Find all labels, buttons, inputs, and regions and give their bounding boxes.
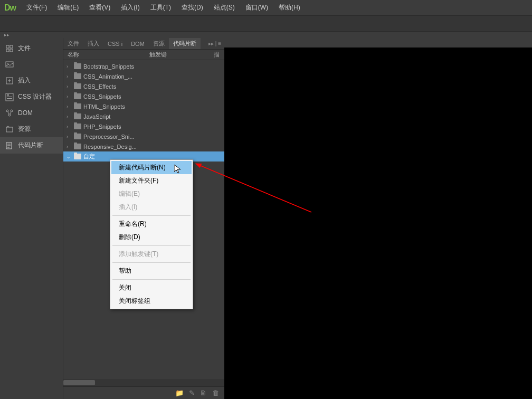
new-folder-icon[interactable]: 📁 bbox=[175, 389, 184, 397]
separator bbox=[112, 245, 191, 246]
menu-view[interactable]: 查看(V) bbox=[84, 0, 116, 15]
column-desc[interactable]: 描 bbox=[214, 51, 224, 59]
svg-rect-9 bbox=[7, 97, 12, 97]
tree-item[interactable]: ›Bootstrap_Snippets bbox=[63, 61, 224, 71]
tab-assets[interactable]: 资源 bbox=[149, 38, 169, 49]
scrollbar-thumb[interactable] bbox=[63, 380, 95, 385]
sidebar-label: 插入 bbox=[18, 76, 31, 85]
sidebar-label: DOM bbox=[18, 109, 33, 117]
sidebar-item-image[interactable] bbox=[0, 56, 63, 72]
ctx-add-trigger: 添加触发键(T) bbox=[111, 248, 192, 261]
panel-footer: 📁 ✎ 🗎 🗑 bbox=[63, 386, 224, 399]
expand-arrow-icon[interactable]: › bbox=[66, 134, 72, 139]
tree-item[interactable]: ›Responsive_Desig... bbox=[63, 141, 224, 151]
panel-header: 名称 触发键 描 bbox=[63, 50, 224, 60]
new-snippet-icon[interactable]: ✎ bbox=[189, 389, 195, 397]
tab-files[interactable]: 文件 bbox=[63, 38, 83, 49]
tree-item[interactable]: ›CSS_Snippets bbox=[63, 91, 224, 101]
ctx-help[interactable]: 帮助 bbox=[111, 264, 192, 278]
panel-menu-icon[interactable]: ▸▸ | ≡ bbox=[208, 41, 224, 46]
image-icon bbox=[5, 60, 14, 69]
sidebar-label: 文件 bbox=[18, 44, 31, 53]
folder-icon bbox=[74, 103, 81, 109]
sidebar-item-snippets[interactable]: 代码片断 bbox=[0, 137, 63, 154]
separator bbox=[112, 215, 191, 216]
expand-arrow-icon[interactable]: › bbox=[66, 114, 72, 119]
expand-arrow-icon[interactable]: › bbox=[66, 64, 72, 69]
tree-item[interactable]: ›JavaScript bbox=[63, 111, 224, 121]
collapse-arrow-icon[interactable]: ⌄ bbox=[66, 154, 72, 159]
svg-rect-0 bbox=[6, 45, 9, 48]
assets-icon bbox=[5, 125, 14, 134]
workspace bbox=[224, 38, 532, 399]
expand-arrow-icon[interactable]: › bbox=[66, 144, 72, 149]
expand-arrow-icon[interactable]: › bbox=[66, 84, 72, 89]
folder-icon bbox=[74, 124, 81, 129]
svg-rect-1 bbox=[10, 45, 13, 48]
menu-site[interactable]: 站点(S) bbox=[208, 0, 240, 15]
expand-arrow-icon[interactable]: › bbox=[66, 94, 72, 99]
menu-file[interactable]: 文件(F) bbox=[21, 0, 52, 15]
ctx-rename[interactable]: 重命名(R) bbox=[111, 217, 192, 231]
menu-tools[interactable]: 工具(T) bbox=[145, 0, 176, 15]
dom-icon bbox=[5, 109, 14, 117]
app-logo: Dw bbox=[4, 3, 16, 13]
file-icon[interactable]: 🗎 bbox=[200, 389, 207, 397]
folder-icon bbox=[74, 154, 81, 159]
sidebar-item-files[interactable]: 文件 bbox=[0, 40, 63, 56]
folder-icon bbox=[74, 63, 81, 69]
tree-item[interactable]: ›CSS_Effects bbox=[63, 81, 224, 91]
menu-window[interactable]: 窗口(W) bbox=[240, 0, 273, 15]
sidebar-item-insert[interactable]: 插入 bbox=[0, 72, 63, 89]
tree-item[interactable]: ›PHP_Snippets bbox=[63, 121, 224, 131]
sidebar-item-dom[interactable]: DOM bbox=[0, 105, 63, 121]
svg-point-12 bbox=[11, 110, 13, 112]
horizontal-scrollbar[interactable] bbox=[63, 379, 224, 386]
folder-icon bbox=[74, 113, 81, 119]
sidebar-label: 资源 bbox=[18, 125, 31, 134]
sidebar-item-assets[interactable]: 资源 bbox=[0, 121, 63, 137]
tab-dom[interactable]: DOM bbox=[127, 39, 149, 49]
panel-tabs: 文件 插入 CSS i DOM 资源 代码片断 ▸▸ | ≡ bbox=[63, 38, 224, 50]
expand-arrow-icon[interactable]: › bbox=[66, 74, 72, 79]
separator bbox=[112, 279, 191, 280]
svg-rect-8 bbox=[7, 94, 9, 96]
ctx-insert: 插入(I) bbox=[111, 201, 192, 214]
folder-icon bbox=[74, 93, 81, 99]
css-icon bbox=[5, 93, 14, 101]
ctx-delete[interactable]: 删除(D) bbox=[111, 231, 192, 244]
column-name[interactable]: 名称 bbox=[68, 51, 149, 59]
tree-item[interactable]: ›HTML_Snippets bbox=[63, 101, 224, 111]
tab-snippets[interactable]: 代码片断 bbox=[169, 38, 201, 49]
svg-point-13 bbox=[8, 114, 11, 116]
menu-edit[interactable]: 编辑(E) bbox=[52, 0, 84, 15]
main-area: 文件 插入 CSS 设计器 DOM 资源 代码片断 文件 插入 C bbox=[0, 38, 532, 399]
tab-css[interactable]: CSS i bbox=[103, 39, 127, 49]
menu-insert[interactable]: 插入(I) bbox=[116, 0, 145, 15]
ctx-close[interactable]: 关闭 bbox=[111, 281, 192, 294]
ctx-new-folder[interactable]: 新建文件夹(F) bbox=[111, 174, 192, 187]
expand-handle[interactable]: ▸▸ bbox=[0, 32, 532, 38]
expand-arrow-icon[interactable]: › bbox=[66, 124, 72, 129]
separator bbox=[112, 262, 191, 263]
ctx-new-snippet[interactable]: 新建代码片断(N) bbox=[111, 161, 192, 174]
svg-rect-4 bbox=[6, 62, 13, 67]
ctx-close-group[interactable]: 关闭标签组 bbox=[111, 294, 192, 308]
files-icon bbox=[5, 44, 14, 53]
delete-icon[interactable]: 🗑 bbox=[212, 389, 219, 397]
column-trigger[interactable]: 触发键 bbox=[149, 51, 214, 59]
svg-point-11 bbox=[6, 110, 8, 112]
tree-item[interactable]: ›Preprocessor_Sni... bbox=[63, 131, 224, 141]
ctx-edit: 编辑(E) bbox=[111, 187, 192, 201]
svg-rect-10 bbox=[7, 98, 12, 99]
context-menu: 新建代码片断(N) 新建文件夹(F) 编辑(E) 插入(I) 重命名(R) 删除… bbox=[110, 159, 193, 309]
expand-arrow-icon[interactable]: › bbox=[66, 104, 72, 109]
tab-insert[interactable]: 插入 bbox=[83, 38, 103, 49]
menu-help[interactable]: 帮助(H) bbox=[273, 0, 306, 15]
folder-icon bbox=[74, 73, 81, 79]
toolbar bbox=[0, 16, 532, 32]
menu-find[interactable]: 查找(D) bbox=[176, 0, 208, 15]
sidebar-label: 代码片断 bbox=[18, 141, 43, 150]
sidebar-item-css[interactable]: CSS 设计器 bbox=[0, 89, 63, 105]
tree-item[interactable]: ›CSS_Animation_... bbox=[63, 71, 224, 81]
